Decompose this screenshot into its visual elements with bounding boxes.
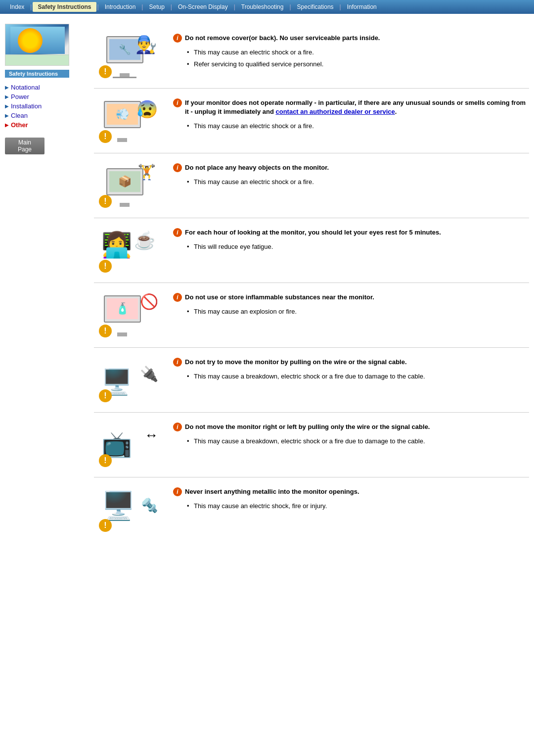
item-image-1: 🔧 👨‍🔧 !: [94, 34, 163, 78]
item-image-4: 👩‍💻 ☕ !: [94, 228, 163, 273]
item-text-1: Do not remove cover(or back). No user se…: [173, 34, 529, 70]
sidebar-link-other[interactable]: Other: [11, 121, 28, 129]
safety-item-2: 💨 😰 ! If your monitor does not operate n…: [94, 89, 529, 153]
safety-item-6: 🖥️ 🔌 ! Do not try to move the monitor by…: [94, 348, 529, 413]
arrow-icon: ▶: [5, 103, 9, 109]
nav-sep-4: |: [170, 3, 173, 10]
item-bullets-2: This may cause an electric shock or a fi…: [187, 120, 529, 132]
item-text-8: Never insert anything metallic into the …: [173, 487, 529, 512]
item-image-6: 🖥️ 🔌 !: [94, 358, 163, 402]
item-image-8: 🖥️ 🔩 !: [94, 487, 163, 532]
item-text-3: Do not place any heavy objects on the mo…: [173, 163, 529, 188]
sidebar-link-clean[interactable]: Clean: [11, 112, 28, 119]
safety-item-4: 👩‍💻 ☕ ! For each hour of looking at the …: [94, 218, 529, 283]
warning-badge-3: !: [99, 195, 112, 208]
info-icon-4: [173, 228, 182, 237]
item-title-2: If your monitor does not operate normall…: [173, 98, 529, 116]
sidebar-nav: ▶ Notational ▶ Power ▶ Installation ▶ Cl…: [5, 83, 84, 130]
item-bullets-4: This will reduce eye fatigue.: [187, 241, 529, 253]
arrow-icon: ▶: [5, 94, 9, 99]
item-image-3: 📦 🏋️ !: [94, 163, 163, 208]
item-image-7: 📺 ↔️ !: [94, 423, 163, 467]
arrow-icon: ▶: [5, 122, 9, 128]
nav-sep-2: |: [96, 3, 100, 10]
top-navigation: Index | Safety Instructions | Introducti…: [0, 0, 534, 14]
main-page-button[interactable]: Main Page: [5, 138, 44, 154]
safety-item-3: 📦 🏋️ ! Do not place any heavy objects on…: [94, 153, 529, 218]
warning-badge-5: !: [99, 325, 112, 337]
bullet-item: This may cause a breakdown, electric sho…: [187, 435, 529, 447]
nav-item-trouble[interactable]: Troubleshooting: [236, 2, 289, 12]
sidebar-item-installation[interactable]: ▶ Installation: [5, 101, 84, 111]
bullet-item: This may cause an explosion or fire.: [187, 306, 529, 318]
info-icon-6: [173, 358, 182, 367]
warning-badge-1: !: [99, 65, 112, 78]
item-title-7: Do not move the monitor right or left by…: [173, 423, 529, 431]
item-bullets-8: This may cause an electric shock, fire o…: [187, 500, 529, 512]
nav-item-intro[interactable]: Introduction: [100, 2, 141, 12]
bullet-item: This may cause an electric shock or a fi…: [187, 47, 529, 58]
nav-item-setup[interactable]: Setup: [144, 2, 169, 12]
item-text-5: Do not use or store inflammable substanc…: [173, 293, 529, 318]
item-bullets-7: This may cause a breakdown, electric sho…: [187, 435, 529, 447]
nav-item-info[interactable]: Information: [342, 2, 382, 12]
sidebar-item-power[interactable]: ▶ Power: [5, 92, 84, 101]
nav-item-specs[interactable]: Specifications: [292, 2, 339, 12]
nav-item-osd[interactable]: On-Screen Display: [173, 2, 233, 12]
info-icon-5: [173, 293, 182, 302]
bullet-item: This will reduce eye fatigue.: [187, 241, 529, 253]
item-title-6: Do not try to move the monitor by pullin…: [173, 358, 529, 367]
item-text-2: If your monitor does not operate normall…: [173, 98, 529, 132]
safety-item-5: 🧴 🚫 ! Do not use or store inflammable su…: [94, 283, 529, 348]
nav-item-safety[interactable]: Safety Instructions: [33, 2, 96, 12]
item-title-8: Never insert anything metallic into the …: [173, 487, 529, 496]
bullet-item: This may cause an electric shock or a fi…: [187, 120, 529, 132]
nav-sep-3: |: [140, 3, 144, 10]
sidebar-link-notational[interactable]: Notational: [11, 84, 40, 91]
nav-item-index[interactable]: Index: [5, 2, 29, 12]
sidebar-item-other[interactable]: ▶ Other: [5, 120, 84, 130]
info-icon-1: [173, 34, 182, 43]
sidebar-image: [5, 24, 69, 66]
main-content: 🔧 👨‍🔧 ! Do not remove cover(or back). No…: [84, 24, 529, 542]
info-icon-2: [173, 98, 182, 107]
item-title-5: Do not use or store inflammable substanc…: [173, 293, 529, 302]
bullet-item: This may cause an electric shock, fire o…: [187, 500, 529, 512]
dealer-link[interactable]: contact an authorized dealer or service: [275, 108, 395, 115]
item-title-1: Do not remove cover(or back). No user se…: [173, 34, 529, 43]
item-bullets-5: This may cause an explosion or fire.: [187, 306, 529, 318]
sidebar: Safety Instructions ▶ Notational ▶ Power…: [5, 24, 84, 542]
item-image-2: 💨 😰 !: [94, 98, 163, 143]
bullet-item: This may cause an electric shock or a fi…: [187, 176, 529, 188]
sidebar-item-clean[interactable]: ▶ Clean: [5, 111, 84, 120]
sidebar-link-power[interactable]: Power: [11, 93, 29, 100]
item-title-3: Do not place any heavy objects on the mo…: [173, 163, 529, 172]
nav-sep-5: |: [233, 3, 236, 10]
info-icon-3: [173, 163, 182, 172]
warning-badge-8: !: [99, 519, 112, 532]
bullet-item: This may cause a breakdown, electric sho…: [187, 371, 529, 382]
bullet-item: Refer servicing to qualified service per…: [187, 58, 529, 70]
warning-badge-6: !: [99, 389, 112, 402]
item-bullets-1: This may cause an electric shock or a fi…: [187, 47, 529, 70]
arrow-icon: ▶: [5, 85, 9, 90]
item-text-7: Do not move the monitor right or left by…: [173, 423, 529, 447]
item-text-6: Do not try to move the monitor by pullin…: [173, 358, 529, 382]
safety-item-7: 📺 ↔️ ! Do not move the monitor right or …: [94, 413, 529, 477]
safety-item-8: 🖥️ 🔩 ! Never insert anything metallic in…: [94, 477, 529, 542]
item-text-4: For each hour of looking at the monitor,…: [173, 228, 529, 253]
arrow-icon: ▶: [5, 113, 9, 118]
safety-item-1: 🔧 👨‍🔧 ! Do not remove cover(or back). No…: [94, 24, 529, 89]
info-icon-8: [173, 487, 182, 496]
illustration-1: 🔧 👨‍🔧 !: [99, 34, 158, 78]
item-title-4: For each hour of looking at the monitor,…: [173, 228, 529, 237]
sidebar-item-notational[interactable]: ▶ Notational: [5, 83, 84, 92]
sidebar-badge: Safety Instructions: [5, 70, 69, 78]
warning-badge-7: !: [99, 454, 112, 467]
nav-sep-7: |: [339, 3, 342, 10]
info-icon-7: [173, 423, 182, 431]
item-image-5: 🧴 🚫 !: [94, 293, 163, 337]
main-layout: Safety Instructions ▶ Notational ▶ Power…: [0, 14, 534, 552]
nav-sep-6: |: [288, 3, 292, 10]
sidebar-link-installation[interactable]: Installation: [11, 102, 42, 110]
